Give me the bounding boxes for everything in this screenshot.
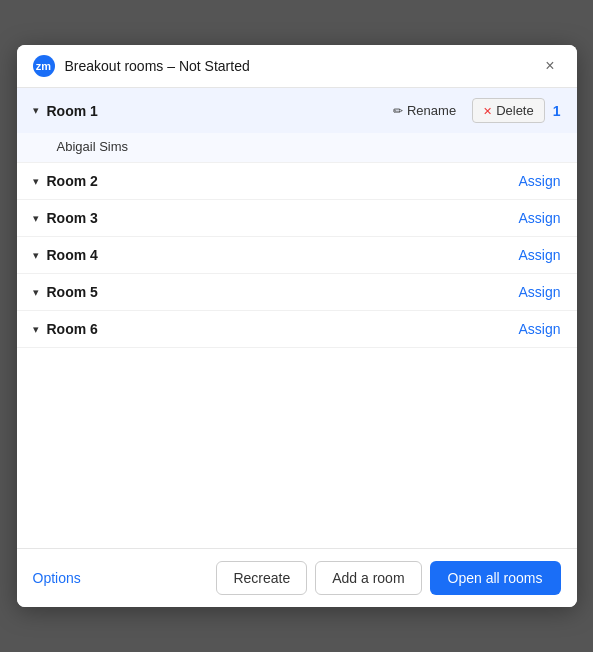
room6-name: Room 6 [47,321,519,337]
add-room-button[interactable]: Add a room [315,561,421,595]
room2-header: ▾ Room 2 Assign [17,163,577,199]
room-row: ▾ Room 1 Rename Delete 1 Abigail Sims [17,88,577,163]
recreate-button[interactable]: Recreate [216,561,307,595]
close-button[interactable]: × [539,55,560,77]
room1-participant: Abigail Sims [17,133,577,162]
modal-footer: Options Recreate Add a room Open all roo… [17,548,577,607]
room1-delete-button[interactable]: Delete [472,98,545,123]
room1-name: Room 1 [47,103,383,119]
room1-rename-button[interactable]: Rename [383,99,466,122]
room2-assign-button[interactable]: Assign [518,173,560,189]
footer-buttons: Recreate Add a room Open all rooms [216,561,560,595]
x-icon [483,103,492,118]
open-all-rooms-button[interactable]: Open all rooms [430,561,561,595]
room5-chevron[interactable]: ▾ [33,286,39,299]
room3-header: ▾ Room 3 Assign [17,200,577,236]
room6-header: ▾ Room 6 Assign [17,311,577,347]
modal-title: Breakout rooms – Not Started [65,58,540,74]
room6-assign-button[interactable]: Assign [518,321,560,337]
room3-name: Room 3 [47,210,519,226]
room5-name: Room 5 [47,284,519,300]
options-button[interactable]: Options [33,570,81,586]
modal-header: zm Breakout rooms – Not Started × [17,45,577,88]
breakout-rooms-modal: zm Breakout rooms – Not Started × ▾ Room… [17,45,577,607]
modal-body: ▾ Room 1 Rename Delete 1 Abigail Sims [17,88,577,548]
pencil-icon [393,103,403,118]
room3-chevron[interactable]: ▾ [33,212,39,225]
room1-actions: Rename Delete [383,98,545,123]
room1-count: 1 [553,103,561,119]
room1-chevron[interactable]: ▾ [33,104,39,117]
room4-chevron[interactable]: ▾ [33,249,39,262]
room4-header: ▾ Room 4 Assign [17,237,577,273]
room-row: ▾ Room 4 Assign [17,237,577,274]
room3-assign-button[interactable]: Assign [518,210,560,226]
zoom-logo: zm [33,55,55,77]
room2-name: Room 2 [47,173,519,189]
room-row: ▾ Room 3 Assign [17,200,577,237]
room2-chevron[interactable]: ▾ [33,175,39,188]
room5-header: ▾ Room 5 Assign [17,274,577,310]
room4-name: Room 4 [47,247,519,263]
room1-header: ▾ Room 1 Rename Delete 1 [17,88,577,133]
room-row: ▾ Room 2 Assign [17,163,577,200]
room-row: ▾ Room 6 Assign [17,311,577,348]
room-row: ▾ Room 5 Assign [17,274,577,311]
room5-assign-button[interactable]: Assign [518,284,560,300]
room6-chevron[interactable]: ▾ [33,323,39,336]
room4-assign-button[interactable]: Assign [518,247,560,263]
